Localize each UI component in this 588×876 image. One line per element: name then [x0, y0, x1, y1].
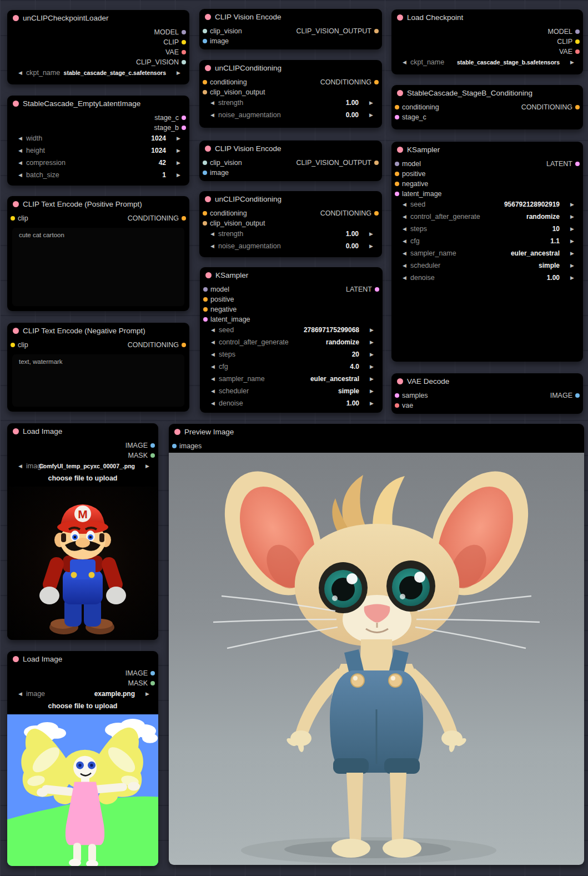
input-port-icon[interactable]	[203, 211, 207, 216]
input-port-icon[interactable]	[203, 317, 208, 322]
input-port-icon[interactable]	[395, 162, 399, 166]
increment-arrow-icon[interactable]: ▶	[370, 348, 374, 361]
increment-arrow-icon[interactable]: ▶	[370, 336, 374, 348]
increment-arrow-icon[interactable]: ▶	[570, 259, 574, 272]
node-unclip-conditioning-2[interactable]: unCLIPConditioningconditioningclip_visio…	[199, 191, 382, 257]
collapse-dot-icon[interactable]	[13, 201, 19, 207]
output-slot-CLIP_VISION_OUTPUT[interactable]: CLIP_VISION_OUTPUT	[296, 158, 382, 168]
input-port-icon[interactable]	[203, 287, 208, 292]
input-port-icon[interactable]	[203, 80, 207, 84]
collapse-dot-icon[interactable]	[205, 14, 211, 20]
decrement-arrow-icon[interactable]: ◀	[210, 97, 214, 109]
widget-steps[interactable]: ◀steps20▶	[200, 348, 383, 361]
input-port-icon[interactable]	[203, 90, 207, 94]
increment-arrow-icon[interactable]: ▶	[570, 198, 574, 211]
widget-ckpt_name[interactable]: ◀ckpt_namestable_cascade_stage_c.safeten…	[7, 67, 189, 79]
decrement-arrow-icon[interactable]: ◀	[211, 361, 215, 373]
decrement-arrow-icon[interactable]: ◀	[403, 56, 406, 68]
output-slot-IMAGE[interactable]: IMAGE	[550, 391, 583, 401]
choose-file-button[interactable]: choose file to upload	[7, 700, 158, 712]
widget-ckpt_name[interactable]: ◀ckpt_namestable_cascade_stage_b.safeten…	[391, 56, 583, 68]
decrement-arrow-icon[interactable]: ◀	[18, 688, 22, 700]
input-port-icon[interactable]	[395, 115, 399, 119]
input-slot-latent_image[interactable]: latent_image	[391, 189, 442, 199]
decrement-arrow-icon[interactable]: ◀	[211, 348, 215, 361]
widget-scheduler[interactable]: ◀schedulersimple▶	[200, 385, 383, 397]
choose-file-button[interactable]: choose file to upload	[7, 472, 158, 484]
decrement-arrow-icon[interactable]: ◀	[211, 397, 215, 409]
collapse-dot-icon[interactable]	[13, 428, 19, 434]
increment-arrow-icon[interactable]: ▶	[570, 235, 574, 247]
input-port-icon[interactable]	[203, 29, 207, 33]
widget-denoise[interactable]: ◀denoise1.00▶	[200, 397, 383, 409]
input-slot-images[interactable]: images	[169, 441, 202, 451]
node-load-image-2[interactable]: Load ImageIMAGEMASK◀imageexample.png▶cho…	[7, 651, 158, 866]
decrement-arrow-icon[interactable]: ◀	[18, 169, 22, 181]
increment-arrow-icon[interactable]: ▶	[369, 228, 373, 240]
output-port-icon[interactable]	[182, 30, 186, 34]
decrement-arrow-icon[interactable]: ◀	[403, 211, 406, 223]
output-slot-CLIP_VISION[interactable]: CLIP_VISION	[136, 57, 189, 67]
node-ksampler-1[interactable]: KSamplermodelpositivenegativelatent_imag…	[200, 267, 383, 413]
decrement-arrow-icon[interactable]: ◀	[210, 228, 214, 240]
input-port-icon[interactable]	[395, 172, 399, 176]
widget-seed[interactable]: ◀seed956792128902919▶	[391, 198, 583, 211]
output-slot-stage_b[interactable]: stage_b	[154, 123, 189, 133]
input-slot-conditioning[interactable]: conditioning	[199, 77, 247, 87]
input-port-icon[interactable]	[395, 393, 399, 398]
widget-denoise[interactable]: ◀denoise1.00▶	[391, 272, 583, 284]
decrement-arrow-icon[interactable]: ◀	[210, 109, 214, 121]
output-slot-IMAGE[interactable]: IMAGE	[125, 668, 158, 678]
collapse-dot-icon[interactable]	[397, 378, 403, 384]
collapse-dot-icon[interactable]	[205, 272, 212, 278]
widget-seed[interactable]: ◀seed278697175299068▶	[200, 324, 383, 336]
output-slot-CONDITIONING[interactable]: CONDITIONING	[320, 208, 382, 218]
output-slot-CONDITIONING[interactable]: CONDITIONING	[320, 77, 382, 87]
widget-noise_augmentation[interactable]: ◀noise_augmentation0.00▶	[199, 109, 382, 121]
widget-cfg[interactable]: ◀cfg1.1▶	[391, 235, 583, 247]
output-port-icon[interactable]	[182, 40, 186, 44]
widget-image[interactable]: ◀imageexample.png▶	[7, 688, 158, 700]
decrement-arrow-icon[interactable]: ◀	[403, 259, 406, 272]
output-slot-CLIP_VISION_OUTPUT[interactable]: CLIP_VISION_OUTPUT	[296, 26, 382, 36]
input-slot-clip[interactable]: clip	[7, 340, 28, 350]
input-port-icon[interactable]	[395, 105, 399, 109]
input-port-icon[interactable]	[203, 171, 207, 175]
increment-arrow-icon[interactable]: ▶	[370, 397, 374, 409]
output-slot-VAE[interactable]: VAE	[559, 47, 583, 57]
input-slot-image[interactable]: image	[199, 168, 229, 178]
decrement-arrow-icon[interactable]: ◀	[210, 240, 214, 252]
output-slot-MASK[interactable]: MASK	[128, 678, 158, 688]
increment-arrow-icon[interactable]: ▶	[145, 688, 149, 700]
collapse-dot-icon[interactable]	[174, 429, 180, 435]
increment-arrow-icon[interactable]: ▶	[177, 157, 180, 169]
decrement-arrow-icon[interactable]: ◀	[18, 67, 22, 79]
output-port-icon[interactable]	[182, 216, 186, 221]
decrement-arrow-icon[interactable]: ◀	[403, 198, 406, 211]
output-port-icon[interactable]	[150, 681, 155, 685]
node-load-image-1[interactable]: Load ImageIMAGEMASK◀imageComfyUI_temp_pc…	[7, 423, 158, 640]
collapse-dot-icon[interactable]	[397, 14, 403, 21]
decrement-arrow-icon[interactable]: ◀	[211, 324, 215, 336]
increment-arrow-icon[interactable]: ▶	[370, 324, 374, 336]
collapse-dot-icon[interactable]	[397, 90, 403, 96]
widget-width[interactable]: ◀width1024▶	[7, 132, 189, 144]
collapse-dot-icon[interactable]	[205, 196, 211, 202]
input-slot-conditioning[interactable]: conditioning	[199, 208, 247, 218]
output-port-icon[interactable]	[182, 60, 186, 64]
input-slot-positive[interactable]: positive	[200, 294, 234, 304]
input-slot-negative[interactable]: negative	[391, 179, 428, 189]
output-slot-MODEL[interactable]: MODEL	[548, 27, 583, 37]
node-clip-vision-encode-2[interactable]: CLIP Vision Encodeclip_visionimageCLIP_V…	[199, 141, 382, 181]
output-slot-IMAGE[interactable]: IMAGE	[125, 440, 158, 450]
collapse-dot-icon[interactable]	[13, 101, 19, 107]
input-port-icon[interactable]	[203, 161, 207, 165]
increment-arrow-icon[interactable]: ▶	[177, 144, 180, 157]
output-slot-CLIP[interactable]: CLIP	[557, 37, 583, 47]
widget-scheduler[interactable]: ◀schedulersimple▶	[391, 259, 583, 272]
output-port-icon[interactable]	[374, 161, 379, 165]
input-port-icon[interactable]	[11, 343, 15, 347]
output-slot-MASK[interactable]: MASK	[128, 450, 158, 460]
output-slot-CONDITIONING[interactable]: CONDITIONING	[128, 213, 189, 223]
output-port-icon[interactable]	[375, 287, 379, 292]
